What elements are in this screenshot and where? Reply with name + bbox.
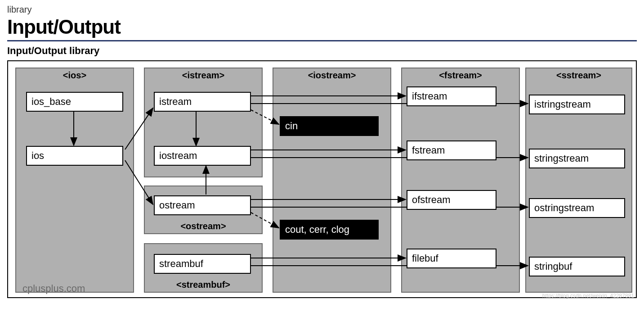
node-ofstream[interactable]: ofstream [407, 190, 496, 210]
node-ios[interactable]: ios [26, 146, 123, 166]
node-streambuf[interactable]: streambuf [154, 254, 251, 274]
node-cin[interactable]: cin [280, 116, 379, 136]
arrow-ios-to-ostream [125, 160, 153, 204]
node-ostringstream[interactable]: ostringstream [529, 198, 625, 218]
node-ios-base[interactable]: ios_base [26, 92, 123, 112]
watermark-csdn: https://blog.csdn.net/weixin_42287881 [542, 293, 634, 299]
node-ostream[interactable]: ostream [154, 195, 251, 215]
node-ifstream[interactable]: ifstream [407, 86, 496, 106]
node-cout-cerr-clog[interactable]: cout, cerr, clog [280, 220, 379, 240]
node-istringstream[interactable]: istringstream [529, 95, 625, 114]
arrow-istream-to-cin [251, 110, 279, 124]
node-stringbuf[interactable]: stringbuf [529, 257, 625, 276]
arrow-ios-to-istream [125, 108, 153, 149]
node-iostream-class[interactable]: iostream [154, 146, 251, 166]
node-istream[interactable]: istream [154, 92, 251, 112]
node-stringstream[interactable]: stringstream [529, 149, 625, 168]
node-filebuf[interactable]: filebuf [407, 249, 496, 268]
diagram: <ios> <istream> <ostream> <streambuf> <i… [7, 60, 637, 298]
breadcrumb: library [7, 5, 637, 15]
node-fstream-class[interactable]: fstream [407, 140, 496, 160]
divider [7, 40, 637, 41]
watermark-cplusplus: cplusplus.com [22, 283, 85, 294]
section-title: Input/Output library [7, 45, 637, 57]
page-title: Input/Output [7, 16, 637, 38]
arrow-ostream-to-cout_clog [251, 213, 279, 228]
